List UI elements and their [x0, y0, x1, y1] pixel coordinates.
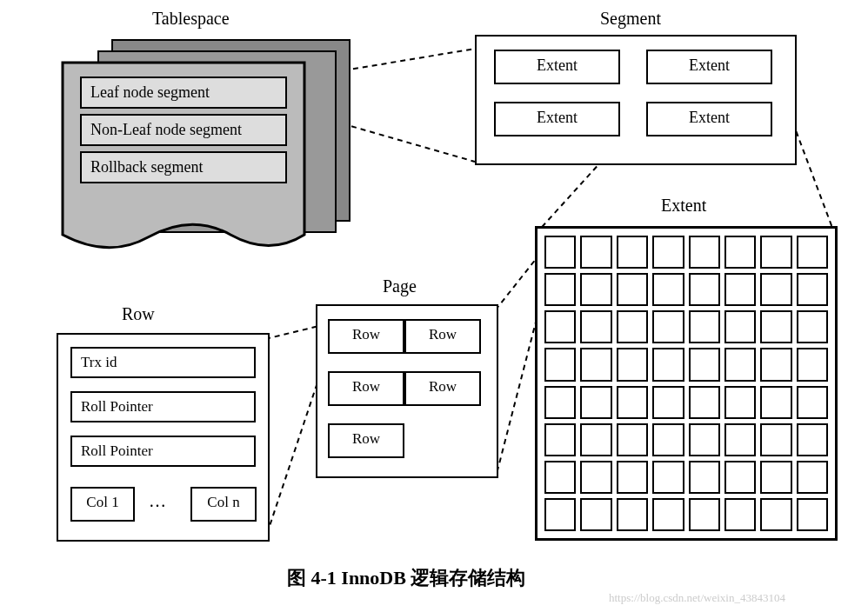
- page-row-2: Row: [328, 371, 404, 406]
- extent-cell: [617, 461, 648, 494]
- row-col-last: Col n: [190, 487, 257, 522]
- figure-caption: 图 4-1 InnoDB 逻辑存储结构: [287, 565, 525, 591]
- extent-cell: [617, 423, 648, 456]
- extent-cell: [760, 273, 791, 306]
- page-row-4: Row: [328, 423, 404, 458]
- extent-cell: [580, 386, 611, 419]
- row-col-first: Col 1: [70, 487, 135, 522]
- page-row-0: Row: [328, 319, 404, 354]
- extent-cell: [760, 386, 791, 419]
- segment-extent-2: Extent: [494, 102, 620, 136]
- extent-cell: [544, 498, 576, 531]
- extent-cell: [797, 348, 828, 381]
- extent-cell: [652, 236, 684, 269]
- extent-cell: [689, 348, 720, 381]
- segment-extent-1: Extent: [646, 50, 772, 84]
- extent-cell: [760, 236, 791, 269]
- extent-cell: [724, 386, 756, 419]
- extent-cell: [724, 498, 756, 531]
- extent-cell: [724, 273, 756, 306]
- tablespace-leaf-segment: Leaf node segment: [80, 76, 287, 109]
- row-box: Trx id Roll Pointer Roll Pointer Col 1 ……: [57, 333, 270, 542]
- page-row-1: Row: [404, 319, 481, 354]
- extent-cell: [580, 310, 611, 343]
- extent-cell: [797, 423, 828, 456]
- extent-cell: [580, 498, 611, 531]
- extent-cell: [797, 310, 828, 343]
- extent-cell: [797, 461, 828, 494]
- extent-cell: [617, 386, 648, 419]
- tablespace-nonleaf-segment: Non-Leaf node segment: [80, 114, 287, 146]
- tablespace-rollback-segment: Rollback segment: [80, 151, 287, 183]
- extent-cell: [580, 461, 611, 494]
- extent-grid: [535, 226, 838, 541]
- row-trx-id: Trx id: [70, 347, 256, 378]
- extent-cell: [724, 310, 756, 343]
- watermark: https://blog.csdn.net/weixin_43843104: [609, 591, 785, 605]
- extent-cell: [652, 498, 684, 531]
- tablespace-title: Tablespace: [152, 9, 230, 29]
- extent-cell: [544, 310, 576, 343]
- extent-title: Extent: [661, 196, 706, 216]
- page-row-3: Row: [404, 371, 481, 406]
- extent-cell: [760, 310, 791, 343]
- extent-cell: [797, 386, 828, 419]
- extent-cell: [689, 236, 720, 269]
- extent-cell: [617, 236, 648, 269]
- extent-cell: [580, 273, 611, 306]
- extent-cell: [652, 423, 684, 456]
- row-title: Row: [122, 304, 155, 324]
- extent-cell: [617, 348, 648, 381]
- segment-box: Extent Extent Extent Extent: [475, 35, 797, 165]
- extent-cell: [544, 236, 576, 269]
- row-col-ellipsis: …: [149, 491, 166, 511]
- extent-cell: [652, 461, 684, 494]
- extent-cell: [544, 386, 576, 419]
- extent-cell: [544, 273, 576, 306]
- extent-cell: [544, 423, 576, 456]
- tablespace-segment-list: Leaf node segment Non-Leaf node segment …: [71, 71, 296, 189]
- segment-extent-3: Extent: [646, 102, 772, 136]
- page-title: Page: [383, 276, 417, 296]
- extent-cell: [760, 498, 791, 531]
- extent-cell: [797, 498, 828, 531]
- segment-title: Segment: [600, 9, 661, 29]
- extent-cell: [617, 273, 648, 306]
- extent-cell: [652, 348, 684, 381]
- segment-extent-0: Extent: [494, 50, 620, 84]
- extent-cell: [580, 348, 611, 381]
- extent-cell: [689, 423, 720, 456]
- row-roll-pointer-2: Roll Pointer: [70, 436, 256, 467]
- extent-cell: [797, 236, 828, 269]
- extent-cell: [689, 273, 720, 306]
- extent-cell: [652, 310, 684, 343]
- extent-cell: [689, 386, 720, 419]
- extent-cell: [724, 348, 756, 381]
- extent-cell: [724, 461, 756, 494]
- extent-cell: [544, 348, 576, 381]
- extent-cell: [652, 386, 684, 419]
- extent-cell: [580, 236, 611, 269]
- extent-cell: [689, 498, 720, 531]
- extent-cell: [724, 236, 756, 269]
- extent-cell: [689, 310, 720, 343]
- extent-cell: [689, 461, 720, 494]
- extent-cell: [760, 423, 791, 456]
- extent-cell: [797, 273, 828, 306]
- extent-cell: [544, 461, 576, 494]
- extent-cell: [760, 348, 791, 381]
- extent-cell: [617, 310, 648, 343]
- extent-cell: [580, 423, 611, 456]
- extent-cell: [652, 273, 684, 306]
- extent-cell: [617, 498, 648, 531]
- page-box: Row Row Row Row Row: [316, 304, 498, 478]
- row-roll-pointer-1: Roll Pointer: [70, 391, 256, 422]
- extent-cell: [760, 461, 791, 494]
- extent-cell: [724, 423, 756, 456]
